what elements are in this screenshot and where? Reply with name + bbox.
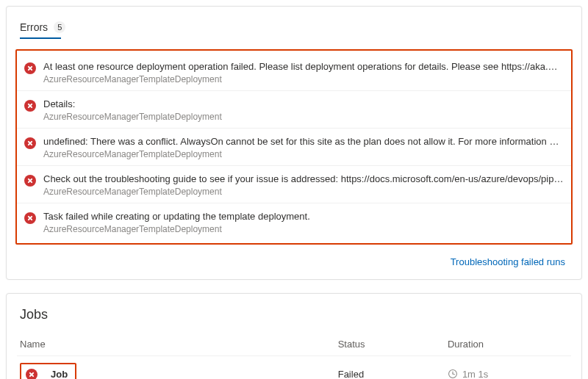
error-source: AzureResourceManagerTemplateDeployment [43,112,564,122]
jobs-title: Jobs [17,304,571,333]
job-row[interactable]: Job Failed 1m 1s [17,356,571,379]
error-message: undefined: There was a conflict. AlwaysO… [43,136,564,147]
column-header-status[interactable]: Status [338,339,448,350]
error-row[interactable]: At least one resource deployment operati… [17,54,571,91]
troubleshoot-row: Troubleshooting failed runs [12,249,576,270]
job-name-highlight: Job [20,363,76,379]
errors-list-highlight: At least one resource deployment operati… [15,49,573,245]
error-row[interactable]: Details: AzureResourceManagerTemplateDep… [17,91,571,129]
tab-errors-label: Errors [20,21,48,33]
error-icon [24,137,36,149]
tab-underline-indicator [20,37,61,39]
tab-errors[interactable]: Errors 5 [20,20,86,39]
svg-line-2 [453,374,455,375]
jobs-panel: Jobs Name Status Duration Job Failed 1m … [6,293,582,379]
job-status: Failed [338,369,448,380]
troubleshoot-link[interactable]: Troubleshooting failed runs [451,256,565,267]
job-name: Job [51,369,68,380]
error-icon [26,369,37,379]
clock-icon [448,369,458,379]
error-source: AzureResourceManagerTemplateDeployment [43,149,564,159]
error-icon [24,212,36,224]
error-message: Task failed while creating or updating t… [43,211,564,222]
job-duration: 1m 1s [462,369,488,380]
jobs-table-header: Name Status Duration [17,333,571,356]
error-row[interactable]: undefined: There was a conflict. AlwaysO… [17,129,571,166]
errors-count-badge: 5 [54,21,65,33]
column-header-name[interactable]: Name [20,339,338,350]
error-texts: At least one resource deployment operati… [43,61,564,84]
error-icon [24,175,36,187]
error-texts: undefined: There was a conflict. AlwaysO… [43,136,564,159]
error-row[interactable]: Check out the troubleshooting guide to s… [17,166,571,203]
error-row[interactable]: Task failed while creating or updating t… [17,203,571,240]
error-message: Check out the troubleshooting guide to s… [43,173,564,184]
error-texts: Details: AzureResourceManagerTemplateDep… [43,98,564,122]
error-texts: Check out the troubleshooting guide to s… [43,173,564,197]
error-icon [24,62,36,74]
errors-panel: Errors 5 At least one resource deploymen… [6,6,582,280]
error-icon [24,100,36,112]
error-texts: Task failed while creating or updating t… [43,211,564,234]
error-message: Details: [43,98,564,109]
column-header-duration[interactable]: Duration [448,339,568,350]
error-source: AzureResourceManagerTemplateDeployment [43,187,564,197]
error-source: AzureResourceManagerTemplateDeployment [43,74,564,84]
error-source: AzureResourceManagerTemplateDeployment [43,224,564,234]
errors-tabs-header: Errors 5 [12,11,576,43]
error-message: At least one resource deployment operati… [43,61,564,72]
